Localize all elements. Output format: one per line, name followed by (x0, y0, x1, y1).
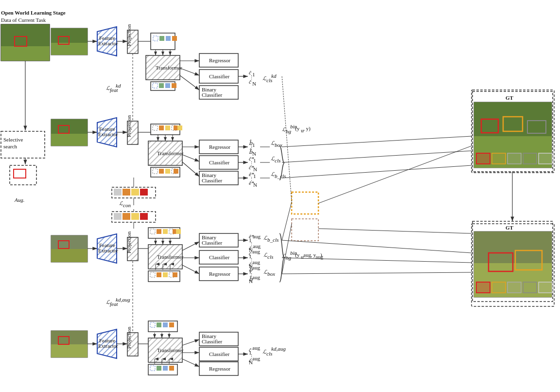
svg-text:Extractor: Extractor (98, 343, 118, 349)
line-lbcls-to-gt-top (282, 165, 472, 178)
arrow-tr3-bcls (182, 242, 199, 250)
svg-text:Classifier: Classifier (202, 178, 222, 183)
svg-text:aug: aug (303, 252, 311, 258)
svg-rect-187 (157, 322, 161, 327)
svg-text:Transformer: Transformer (157, 347, 184, 353)
svg-rect-223 (523, 282, 537, 293)
arrow-tr1-bcls (180, 75, 199, 90)
svg-rect-99 (140, 213, 148, 220)
line-proposal-to-gt1 (318, 146, 472, 203)
svg-text:): ) (320, 252, 322, 258)
svg-text:kd: kd (116, 83, 121, 89)
svg-rect-51 (159, 125, 164, 130)
svg-rect-130 (163, 229, 168, 234)
line-proposal-to-gt2 (318, 229, 472, 233)
svg-rect-129 (157, 229, 161, 234)
svg-text:aug: aug (252, 265, 260, 270)
aug-label: Aug. (14, 197, 24, 203)
svg-rect-31 (172, 83, 176, 88)
svg-text:Extractor: Extractor (98, 40, 118, 46)
svg-text:Classifier: Classifier (209, 73, 229, 79)
svg-text:kd,aug: kd,aug (116, 297, 130, 303)
svg-rect-139 (173, 272, 177, 277)
svg-text:ĉ: ĉ (249, 79, 251, 85)
svg-text:N: N (249, 278, 253, 284)
svg-text:b_cls: b_cls (275, 173, 286, 179)
svg-text:Projection: Projection (126, 24, 132, 46)
svg-text:Projection: Projection (126, 115, 132, 137)
svg-text:Regressor: Regressor (209, 57, 230, 63)
line-lbox3-to-gt-bot (282, 272, 472, 274)
svg-text:Regressor: Regressor (209, 366, 230, 372)
svg-text:aug: aug (253, 233, 261, 239)
svg-text:con: con (123, 202, 131, 208)
svg-rect-97 (122, 213, 130, 220)
cross-top-to-bottom (282, 76, 292, 202)
svg-text:aug: aug (252, 356, 260, 361)
svg-text:Classifier: Classifier (209, 351, 229, 357)
arrow-tr2-cls (182, 155, 199, 161)
proposal-light (292, 219, 318, 241)
svg-rect-59 (165, 169, 170, 174)
svg-text:cls: cls (267, 254, 273, 260)
svg-text:Extractor: Extractor (98, 248, 118, 253)
svg-rect-6 (0, 0, 7, 7)
svg-rect-112 (476, 153, 490, 164)
svg-rect-90 (114, 189, 122, 196)
svg-text:GT: GT (506, 95, 514, 101)
svg-rect-61 (174, 169, 178, 174)
svg-rect-8 (0, 0, 7, 7)
svg-text:cls: cls (275, 158, 280, 163)
svg-rect-181 (51, 344, 88, 357)
line-lbcls3-to-gt-bot (282, 240, 472, 253)
svg-rect-188 (163, 322, 168, 327)
open-world-label: Open World Learning Stage (1, 10, 66, 16)
svg-text:Regressor: Regressor (209, 144, 230, 150)
svg-rect-118 (523, 153, 537, 164)
svg-text:Projection: Projection (126, 326, 132, 349)
svg-text:b_cls: b_cls (267, 237, 279, 243)
svg-rect-136 (157, 272, 161, 277)
svg-text:Transformer: Transformer (156, 65, 182, 71)
svg-rect-91 (122, 189, 130, 196)
selective-search-label2: search (3, 143, 18, 149)
svg-rect-137 (163, 272, 168, 277)
svg-text:Classifier: Classifier (202, 92, 222, 98)
svg-rect-25 (166, 36, 171, 41)
svg-rect-194 (169, 366, 174, 371)
svg-rect-192 (157, 366, 161, 371)
svg-rect-96 (114, 213, 122, 220)
svg-text:Regressor: Regressor (209, 271, 230, 277)
selective-search-label: Selective (3, 137, 23, 143)
svg-text:aug: aug (252, 249, 260, 254)
svg-rect-219 (492, 282, 506, 293)
svg-rect-14 (1, 46, 50, 61)
svg-text:Classifier: Classifier (202, 339, 222, 344)
proposal-orange (292, 192, 318, 214)
svg-rect-116 (508, 153, 521, 164)
svg-text:Projection: Projection (126, 231, 132, 253)
arrow-tr4-reg (182, 359, 199, 367)
data-current-task-label: Data of Current Task (1, 17, 46, 23)
arrow-tr2-bcls (182, 162, 199, 177)
arrow-tr4-bcls (182, 339, 199, 345)
line-lbox-to-gt-top (282, 136, 472, 147)
svg-rect-26 (172, 36, 177, 41)
svg-rect-93 (140, 189, 148, 196)
svg-rect-92 (131, 189, 139, 196)
svg-rect-55 (177, 125, 182, 130)
svg-rect-225 (539, 282, 552, 293)
svg-text:Classifier: Classifier (209, 160, 229, 165)
svg-text:kd,aug: kd,aug (271, 346, 286, 352)
svg-rect-29 (159, 83, 164, 88)
svg-rect-114 (492, 153, 506, 164)
svg-rect-45 (51, 134, 88, 146)
svg-rect-9 (0, 0, 7, 7)
svg-rect-133 (176, 229, 181, 234)
svg-text:Extractor: Extractor (98, 131, 118, 137)
svg-text:aug: aug (252, 345, 260, 351)
svg-text:GT: GT (506, 225, 514, 231)
feat-fusion-r1 (151, 33, 175, 50)
svg-rect-189 (169, 322, 174, 327)
svg-rect-120 (539, 153, 552, 164)
